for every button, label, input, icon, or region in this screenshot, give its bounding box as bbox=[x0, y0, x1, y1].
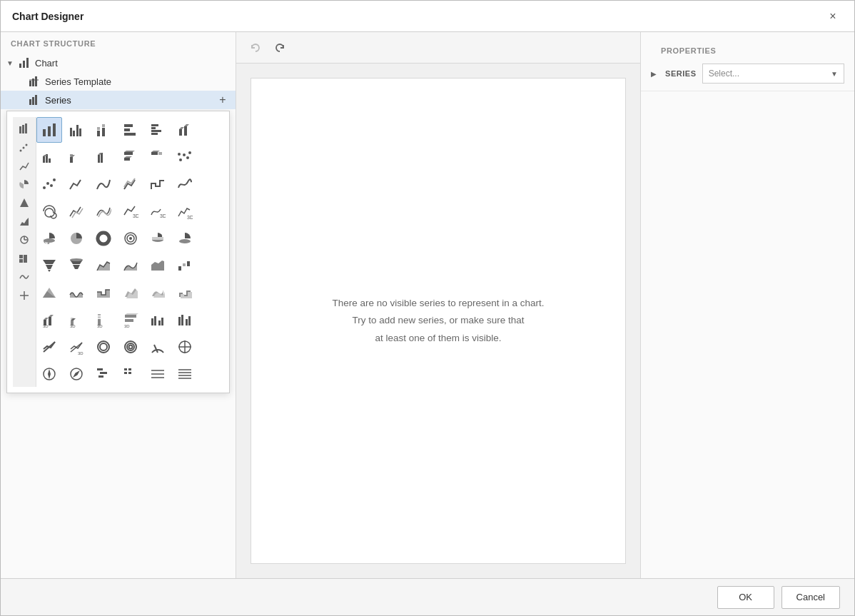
side-icon-1[interactable] bbox=[16, 120, 33, 137]
chart-type-waterfall[interactable] bbox=[172, 253, 198, 278]
chart-type-area-step[interactable] bbox=[91, 280, 116, 306]
side-icon-8[interactable] bbox=[16, 250, 33, 267]
chart-type-gantt-4[interactable] bbox=[172, 361, 198, 387]
chart-type-gantt[interactable] bbox=[91, 361, 116, 387]
svg-rect-136 bbox=[98, 375, 103, 378]
chart-type-pie-3d-3[interactable] bbox=[172, 226, 198, 251]
tree-item-series[interactable]: Series + bbox=[1, 91, 236, 109]
side-icon-2[interactable] bbox=[16, 138, 33, 156]
svg-rect-138 bbox=[128, 368, 131, 370]
chart-type-bar-grouped[interactable] bbox=[64, 117, 89, 143]
chart-type-bar-stacked-3d[interactable] bbox=[64, 144, 89, 170]
chart-icon bbox=[18, 56, 31, 69]
chart-type-area-3d-3[interactable] bbox=[172, 280, 198, 306]
svg-rect-59 bbox=[124, 158, 130, 161]
tree-item-chart[interactable]: ▼ Chart bbox=[1, 54, 236, 72]
svg-rect-34 bbox=[102, 128, 105, 136]
chart-type-spiral[interactable] bbox=[36, 198, 62, 224]
tree-item-series-template[interactable]: Series Template bbox=[1, 72, 236, 91]
redo-button[interactable] bbox=[269, 38, 290, 58]
chart-type-target[interactable] bbox=[118, 226, 143, 251]
chart-type-area[interactable] bbox=[91, 253, 116, 278]
chart-type-bar-clustered[interactable] bbox=[145, 307, 171, 333]
chart-type-trend-3d[interactable]: 3D bbox=[64, 334, 89, 360]
chart-type-line-multicolor[interactable] bbox=[118, 171, 143, 197]
chart-type-crosshair[interactable] bbox=[172, 334, 198, 360]
side-icon-10[interactable] bbox=[16, 287, 33, 304]
svg-rect-38 bbox=[124, 133, 136, 136]
chart-type-stacked-3d-2[interactable]: 3D bbox=[64, 307, 89, 333]
svg-rect-10 bbox=[19, 126, 21, 133]
chart-type-bar-h-stacked-3d[interactable] bbox=[145, 144, 171, 170]
chart-type-gantt-2[interactable] bbox=[118, 361, 143, 387]
chart-type-pie-3d-2[interactable] bbox=[145, 226, 171, 251]
svg-rect-31 bbox=[79, 128, 81, 136]
svg-point-65 bbox=[183, 153, 186, 156]
chart-type-line-smooth[interactable] bbox=[91, 171, 116, 197]
svg-rect-51 bbox=[70, 157, 73, 163]
tree-expand-arrow: ▼ bbox=[6, 59, 15, 67]
chart-type-bar-h2[interactable] bbox=[145, 117, 171, 143]
svg-rect-140 bbox=[128, 372, 131, 374]
chart-type-area-stacked[interactable] bbox=[145, 253, 171, 278]
chart-type-bar-h-3d[interactable] bbox=[118, 144, 143, 170]
series-template-icon bbox=[28, 75, 41, 88]
svg-rect-113 bbox=[161, 318, 163, 325]
chart-type-spline[interactable] bbox=[172, 171, 198, 197]
chart-type-area-3d[interactable] bbox=[118, 280, 143, 306]
chart-type-gauge-sector[interactable] bbox=[145, 334, 171, 360]
chart-type-stacked-3d-1[interactable]: 3D bbox=[36, 307, 62, 333]
side-icon-7[interactable] bbox=[16, 231, 33, 248]
series-select[interactable]: Select... ▼ bbox=[702, 64, 844, 84]
chart-type-line-3d-5[interactable]: 3D bbox=[172, 198, 198, 224]
chart-type-scatter[interactable] bbox=[172, 144, 198, 170]
chart-type-mountain[interactable] bbox=[36, 280, 62, 306]
cancel-button[interactable]: Cancel bbox=[781, 586, 840, 609]
chart-type-bar-3d-2[interactable] bbox=[91, 144, 116, 170]
chart-type-gauge-circle[interactable] bbox=[91, 334, 116, 360]
side-icon-5[interactable] bbox=[16, 194, 33, 211]
ok-button[interactable]: OK bbox=[717, 586, 774, 609]
chart-type-bar-clustered-2[interactable] bbox=[172, 307, 198, 333]
chart-type-line-3d[interactable] bbox=[64, 198, 89, 224]
chart-type-gantt-3[interactable] bbox=[145, 361, 171, 387]
svg-rect-82 bbox=[152, 237, 163, 240]
chart-type-line-3d-4[interactable]: 3D bbox=[145, 198, 171, 224]
svg-point-14 bbox=[23, 147, 25, 149]
undo-button[interactable] bbox=[245, 38, 266, 58]
chart-type-bar-h[interactable] bbox=[118, 117, 143, 143]
add-series-button[interactable]: + bbox=[216, 93, 230, 107]
chart-type-step-line[interactable] bbox=[145, 171, 171, 197]
chart-type-bar[interactable] bbox=[36, 117, 62, 143]
side-icon-3[interactable] bbox=[16, 157, 33, 174]
chart-type-donut[interactable] bbox=[91, 226, 116, 251]
chart-type-gauge-circle-2[interactable] bbox=[118, 334, 143, 360]
chart-type-area-3d-2[interactable] bbox=[145, 280, 171, 306]
chart-type-point[interactable] bbox=[36, 171, 62, 197]
chart-type-bar-grouped-3d[interactable] bbox=[36, 144, 62, 170]
side-icon-4[interactable] bbox=[16, 176, 33, 193]
chart-type-line-3d-3[interactable]: 3D bbox=[118, 198, 143, 224]
chart-type-compass[interactable] bbox=[36, 361, 62, 387]
chart-type-line-smooth-3d[interactable] bbox=[91, 198, 116, 224]
chart-type-stacked-3d-3[interactable]: 3D bbox=[91, 307, 116, 333]
series-select-arrow: ▼ bbox=[831, 70, 838, 78]
series-property-row: ▶ SERIES Select... ▼ bbox=[651, 64, 844, 84]
chart-type-bar-stacked[interactable] bbox=[91, 117, 116, 143]
chart-type-pie-3d[interactable] bbox=[36, 226, 62, 251]
chart-type-funnel[interactable] bbox=[36, 253, 62, 278]
chart-type-bar-3d[interactable] bbox=[172, 117, 198, 143]
chart-type-stacked-3d-4[interactable]: 3D bbox=[118, 307, 143, 333]
chart-type-trend[interactable] bbox=[36, 334, 62, 360]
chart-type-wave[interactable] bbox=[64, 280, 89, 306]
svg-rect-139 bbox=[124, 372, 127, 374]
side-icon-9[interactable] bbox=[16, 268, 33, 286]
close-button[interactable]: × bbox=[823, 6, 843, 26]
chart-type-compass-2[interactable] bbox=[64, 361, 89, 387]
series-expand-arrow[interactable]: ▶ bbox=[651, 70, 657, 78]
side-icon-6[interactable] bbox=[16, 213, 33, 230]
chart-type-pie[interactable] bbox=[64, 226, 89, 251]
chart-type-line[interactable] bbox=[64, 171, 89, 197]
chart-type-funnel-3d[interactable] bbox=[64, 253, 89, 278]
chart-type-area-smooth[interactable] bbox=[118, 253, 143, 278]
